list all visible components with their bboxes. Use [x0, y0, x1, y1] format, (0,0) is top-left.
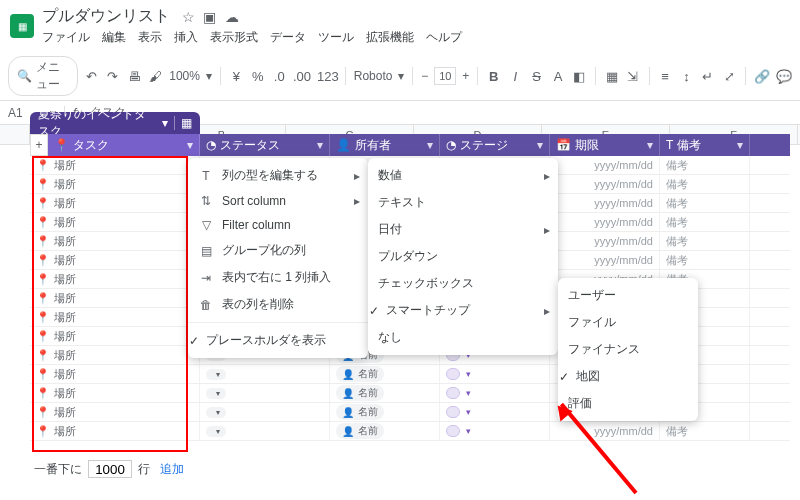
zoom-select[interactable]: 100%: [169, 69, 200, 83]
mi-type-smartchip[interactable]: スマートチップ▸: [368, 297, 558, 324]
cell-task[interactable]: 📍場所: [30, 403, 200, 421]
move-icon[interactable]: ▣: [203, 9, 216, 25]
cell-notes[interactable]: 備考: [660, 251, 750, 269]
chevron-down-icon[interactable]: ▾: [737, 138, 743, 152]
cell-owner[interactable]: 👤名前: [330, 365, 440, 383]
cell-task[interactable]: 📍場所: [30, 270, 200, 288]
menu-data[interactable]: データ: [270, 29, 306, 46]
bold-btn[interactable]: B: [486, 69, 501, 84]
doc-title[interactable]: プルダウンリスト: [42, 6, 170, 27]
chevron-down-icon[interactable]: ▾: [647, 138, 653, 152]
add-column-button[interactable]: +: [30, 134, 48, 156]
cell-owner[interactable]: 👤名前: [330, 384, 440, 402]
cell-stage[interactable]: ▾: [440, 384, 550, 402]
menu-edit[interactable]: 編集: [102, 29, 126, 46]
cell-task[interactable]: 📍場所: [30, 232, 200, 250]
chevron-down-icon[interactable]: ▾: [317, 138, 323, 152]
cell-owner[interactable]: 👤名前: [330, 403, 440, 421]
cell-status[interactable]: ▾: [200, 403, 330, 421]
cell-notes[interactable]: 備考: [660, 156, 750, 174]
halign-icon[interactable]: ≡: [657, 69, 672, 84]
menu-help[interactable]: ヘルプ: [426, 29, 462, 46]
mi-edit-column-type[interactable]: T列の型を編集する▸: [188, 162, 368, 189]
mi-chip-file[interactable]: ファイル: [558, 309, 698, 336]
cell-stage[interactable]: ▾: [440, 365, 550, 383]
mi-sort-column[interactable]: ⇅Sort column▸: [188, 189, 368, 213]
cell-task[interactable]: 📍場所: [30, 289, 200, 307]
add-rows-button[interactable]: 追加: [160, 461, 184, 478]
mi-filter-column[interactable]: ▽Filter column: [188, 213, 368, 237]
cell-task[interactable]: 📍場所: [30, 327, 200, 345]
menu-insert[interactable]: 挿入: [174, 29, 198, 46]
cell-notes[interactable]: 備考: [660, 232, 750, 250]
menu-extensions[interactable]: 拡張機能: [366, 29, 414, 46]
search-menu[interactable]: 🔍 メニュー: [8, 56, 78, 96]
cell-status[interactable]: ▾: [200, 384, 330, 402]
mi-delete-column[interactable]: 🗑表の列を削除: [188, 291, 368, 318]
cell-notes[interactable]: 備考: [660, 422, 750, 440]
chevron-down-icon[interactable]: ▾: [537, 138, 543, 152]
cloud-icon[interactable]: ☁: [225, 9, 239, 25]
cell-notes[interactable]: 備考: [660, 175, 750, 193]
mi-type-text[interactable]: テキスト: [368, 189, 558, 216]
mi-type-none[interactable]: なし: [368, 324, 558, 351]
font-size-input[interactable]: 10: [434, 67, 456, 85]
wrap-icon[interactable]: ↵: [700, 69, 715, 84]
mi-chip-finance[interactable]: ファイナンス: [558, 336, 698, 363]
table-title-bar[interactable]: 夏祭りのイベントタスク ▾ ▦: [30, 112, 200, 134]
cell-task[interactable]: 📍場所: [30, 384, 200, 402]
borders-icon[interactable]: ▦: [604, 69, 619, 84]
percent-btn[interactable]: %: [250, 69, 265, 84]
cell-stage[interactable]: ▾: [440, 403, 550, 421]
cell-task[interactable]: 📍場所: [30, 251, 200, 269]
mi-type-checkbox[interactable]: チェックボックス: [368, 270, 558, 297]
cell-deadline[interactable]: yyyy/mm/dd: [550, 251, 660, 269]
merge-icon[interactable]: ⇲: [625, 69, 640, 84]
mi-type-date[interactable]: 日付▸: [368, 216, 558, 243]
dec-decrease-btn[interactable]: .0: [272, 69, 287, 84]
col-deadline[interactable]: 📅期限▾: [550, 134, 660, 156]
cell-task[interactable]: 📍場所: [30, 346, 200, 364]
mi-chip-map[interactable]: 地図: [558, 363, 698, 390]
cell-task[interactable]: 📍場所: [30, 422, 200, 440]
cell-task[interactable]: 📍場所: [30, 213, 200, 231]
col-task[interactable]: 📍タスク▾: [48, 134, 200, 156]
mi-show-placeholder[interactable]: プレースホルダを表示: [188, 327, 368, 354]
star-icon[interactable]: ☆: [182, 9, 195, 25]
cell-task[interactable]: 📍場所: [30, 175, 200, 193]
currency-btn[interactable]: ¥: [229, 69, 244, 84]
col-status[interactable]: ◔ステータス▾: [200, 134, 330, 156]
col-stage[interactable]: ◔ステージ▾: [440, 134, 550, 156]
number-format-btn[interactable]: 123: [317, 69, 337, 84]
cell-stage[interactable]: ▾: [440, 422, 550, 440]
font-select[interactable]: Roboto: [354, 69, 393, 83]
mi-chip-user[interactable]: ユーザー: [558, 282, 698, 309]
dec-increase-btn[interactable]: .00: [293, 69, 311, 84]
text-color-btn[interactable]: A: [550, 69, 565, 84]
cell-owner[interactable]: 👤名前: [330, 422, 440, 440]
menu-view[interactable]: 表示: [138, 29, 162, 46]
link-icon[interactable]: 🔗: [754, 69, 770, 84]
chevron-down-icon[interactable]: ▾: [162, 116, 168, 130]
cell-notes[interactable]: 備考: [660, 213, 750, 231]
cell-deadline[interactable]: yyyy/mm/dd: [550, 232, 660, 250]
chevron-down-icon[interactable]: ▾: [427, 138, 433, 152]
comment-icon[interactable]: 💬: [776, 69, 792, 84]
strike-btn[interactable]: S: [529, 69, 544, 84]
redo-icon[interactable]: ↷: [105, 69, 120, 84]
cell-task[interactable]: 📍場所: [30, 308, 200, 326]
undo-icon[interactable]: ↶: [84, 69, 99, 84]
paint-format-icon[interactable]: 🖌: [148, 69, 163, 84]
cell-task[interactable]: 📍場所: [30, 156, 200, 174]
menu-tools[interactable]: ツール: [318, 29, 354, 46]
cell-status[interactable]: ▾: [200, 422, 330, 440]
chevron-down-icon[interactable]: ▾: [187, 138, 193, 152]
cell-status[interactable]: ▾: [200, 365, 330, 383]
menu-format[interactable]: 表示形式: [210, 29, 258, 46]
cell-deadline[interactable]: yyyy/mm/dd: [550, 156, 660, 174]
cell-task[interactable]: 📍場所: [30, 365, 200, 383]
table-grid-icon[interactable]: ▦: [174, 116, 192, 130]
cell-deadline[interactable]: yyyy/mm/dd: [550, 213, 660, 231]
cell-deadline[interactable]: yyyy/mm/dd: [550, 194, 660, 212]
menu-file[interactable]: ファイル: [42, 29, 90, 46]
